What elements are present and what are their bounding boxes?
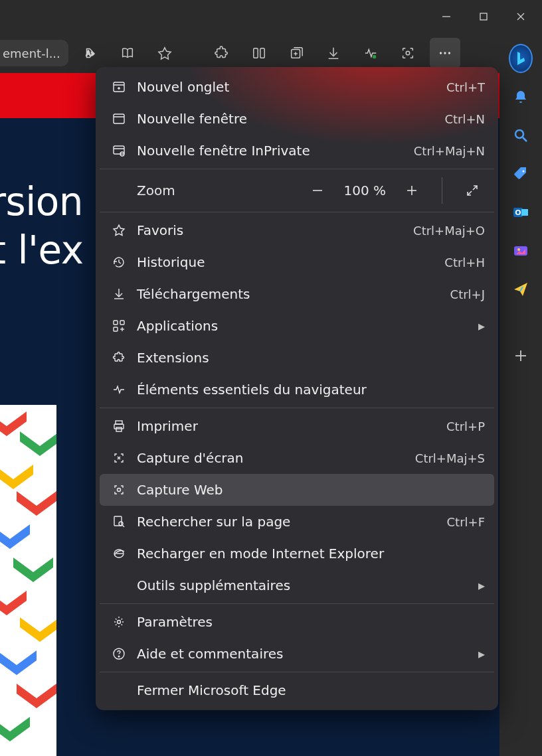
menu-new-inprivate[interactable]: Nouvelle fenêtre InPrivate Ctrl+Maj+N [100, 135, 494, 167]
menu-find[interactable]: Rechercher sur la page Ctrl+F [100, 506, 494, 538]
menu-label: Paramètres [137, 614, 485, 630]
menu-label: Outils supplémentaires [137, 577, 478, 593]
addressbar-fragment[interactable]: ement-l... [0, 40, 68, 66]
new-tab-icon [109, 80, 129, 94]
menu-label: Applications [137, 318, 478, 334]
fullscreen-button[interactable] [460, 178, 485, 203]
heartbeat-icon [109, 383, 129, 396]
menu-history[interactable]: Historique Ctrl+H [100, 246, 494, 278]
headline-line-1: ersion [0, 179, 83, 224]
menu-label: Aide et commentaires [137, 646, 478, 662]
find-icon [109, 515, 129, 528]
zoom-in-button[interactable] [399, 178, 424, 203]
svg-point-26 [517, 248, 520, 251]
menu-label: Extensions [137, 350, 485, 366]
menu-label: Téléchargements [137, 286, 450, 302]
print-icon [109, 419, 129, 433]
extensions-toolbar-icon[interactable] [207, 38, 237, 68]
menu-shortcut: Ctrl+T [446, 80, 485, 94]
outlook-icon[interactable]: O [509, 200, 533, 224]
svg-point-56 [119, 522, 123, 526]
menu-ie-mode[interactable]: Recharger en mode Internet Explorer [100, 538, 494, 569]
menu-separator [100, 169, 494, 169]
menu-separator [100, 408, 494, 408]
svg-point-19 [515, 130, 523, 138]
svg-rect-33 [114, 114, 124, 123]
svg-line-41 [473, 186, 477, 190]
menu-separator [100, 212, 494, 212]
menu-shortcut: Ctrl+F [447, 515, 485, 529]
zoom-out-button[interactable] [305, 178, 330, 203]
star-icon [109, 224, 129, 237]
menu-label: Nouvelle fenêtre [137, 111, 444, 127]
menu-close-edge[interactable]: Fermer Microsoft Edge [100, 674, 494, 706]
menu-label: Favoris [137, 222, 413, 238]
downloads-toolbar-icon[interactable] [318, 38, 349, 68]
menu-screenshot[interactable]: Capture d'écran Ctrl+Maj+S [100, 442, 494, 474]
shopping-tag-icon[interactable] [509, 162, 533, 186]
split-screen-icon[interactable] [244, 38, 274, 68]
designer-icon[interactable] [509, 239, 533, 263]
menu-downloads[interactable]: Téléchargements Ctrl+J [100, 278, 494, 310]
favorite-star-icon[interactable] [149, 38, 180, 68]
search-sidebar-icon[interactable] [509, 123, 533, 147]
svg-rect-46 [114, 321, 118, 325]
browser-essentials-icon[interactable] [355, 38, 386, 68]
menu-shortcut: Ctrl+H [444, 256, 485, 269]
menu-shortcut: Ctrl+J [450, 287, 485, 301]
menu-new-window[interactable]: Nouvelle fenêtre Ctrl+N [100, 103, 494, 135]
add-sidebar-icon[interactable] [509, 344, 533, 368]
menu-extensions[interactable]: Extensions [100, 342, 494, 374]
menu-essentials[interactable]: Éléments essentiels du navigateur [100, 374, 494, 406]
svg-line-42 [468, 191, 472, 195]
menu-new-tab[interactable]: Nouvel onglet Ctrl+T [100, 71, 494, 103]
read-aloud-icon[interactable]: A» [75, 38, 106, 68]
menu-label: Capture Web [137, 482, 485, 498]
menu-separator [100, 603, 494, 604]
addressbar-text: ement-l... [3, 46, 60, 60]
zoom-value: 100 % [343, 183, 386, 198]
collections-icon[interactable] [281, 38, 312, 68]
send-icon[interactable] [509, 277, 533, 301]
bing-chat-icon[interactable] [509, 46, 533, 70]
maximize-button[interactable] [466, 3, 501, 30]
menu-label: Historique [137, 254, 444, 270]
reading-view-icon[interactable] [112, 38, 143, 68]
svg-point-54 [118, 489, 121, 492]
close-window-button[interactable] [503, 3, 538, 30]
menu-web-capture[interactable]: Capture Web [100, 474, 494, 506]
menu-label: Nouvel onglet [137, 79, 446, 95]
menu-shortcut: Ctrl+N [444, 112, 485, 126]
screenshot-toolbar-icon[interactable] [393, 38, 423, 68]
headline-line-2: nt l'ex [0, 228, 83, 273]
menu-label: Capture d'écran [137, 450, 415, 466]
menu-apps[interactable]: Applications ▸ [100, 310, 494, 342]
svg-point-61 [118, 656, 120, 657]
menu-label: Nouvelle fenêtre InPrivate [137, 143, 414, 159]
svg-rect-51 [116, 421, 122, 424]
submenu-arrow-icon: ▸ [478, 646, 485, 662]
menu-separator [100, 672, 494, 672]
submenu-arrow-icon: ▸ [478, 577, 485, 593]
menu-more-tools[interactable]: Outils supplémentaires ▸ [100, 569, 494, 601]
ie-icon [109, 547, 129, 560]
menu-settings[interactable]: Paramètres [100, 606, 494, 638]
new-window-icon [109, 112, 129, 125]
svg-line-20 [523, 137, 527, 141]
minimize-button[interactable] [429, 3, 464, 30]
menu-favorites[interactable]: Favoris Ctrl+Maj+O [100, 214, 494, 246]
menu-label: Éléments essentiels du navigateur [137, 382, 485, 398]
menu-print[interactable]: Imprimer Ctrl+P [100, 410, 494, 442]
svg-text:O: O [515, 208, 521, 217]
menu-shortcut: Ctrl+P [446, 419, 485, 433]
svg-rect-48 [114, 327, 118, 331]
menu-shortcut: Ctrl+Maj+O [413, 224, 485, 238]
more-menu-button[interactable] [430, 38, 460, 68]
svg-point-59 [118, 621, 121, 624]
menu-help[interactable]: Aide et commentaires ▸ [100, 638, 494, 670]
download-icon [109, 287, 129, 301]
notifications-icon[interactable] [509, 85, 533, 109]
svg-line-57 [123, 526, 125, 528]
puzzle-icon [109, 351, 129, 364]
svg-rect-1 [480, 13, 487, 20]
